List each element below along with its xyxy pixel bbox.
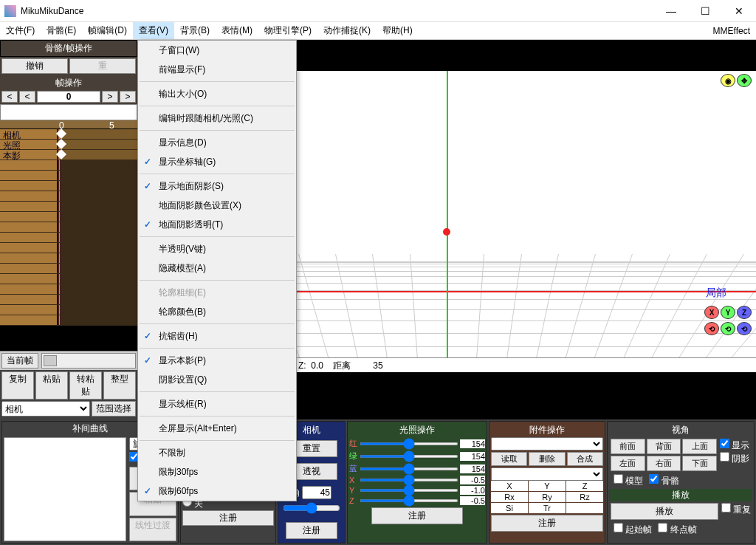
model-register-button[interactable]: 注册 bbox=[182, 510, 274, 526]
viewmenu-item[interactable]: 不限制 bbox=[138, 443, 296, 462]
viewmenu-item[interactable]: 地面阴影颜色设置(X) bbox=[138, 196, 296, 215]
gizmo-rz-icon[interactable]: ⟲ bbox=[737, 322, 752, 335]
timeline-scrollbar[interactable] bbox=[41, 353, 136, 369]
app-icon bbox=[4, 5, 16, 17]
viewmenu-item[interactable]: 轮廓粗细(E) bbox=[138, 283, 296, 302]
att-delete-button[interactable]: 删除 bbox=[529, 452, 565, 466]
gizmo-rx-icon[interactable]: ⟲ bbox=[704, 322, 719, 335]
cam-angle-input[interactable] bbox=[302, 486, 331, 499]
viewmenu-item[interactable]: 显示信息(D) bbox=[138, 133, 296, 152]
att-read-button[interactable]: 读取 bbox=[491, 452, 527, 466]
viewmenu-item[interactable]: 显示地面阴影(S) bbox=[138, 176, 296, 196]
viewmenu-item[interactable]: 轮廓颜色(B) bbox=[138, 302, 296, 321]
start-frame-checkbox[interactable] bbox=[614, 523, 623, 532]
timeline[interactable]: 0 5 相机光照本影 bbox=[0, 120, 137, 351]
viewmenu-item[interactable]: 限制60fps bbox=[138, 481, 296, 501]
follow-bone-checkbox[interactable] bbox=[649, 474, 659, 484]
cam-register-button[interactable]: 注册 bbox=[286, 522, 337, 539]
att-select2[interactable] bbox=[491, 467, 603, 481]
close-button[interactable]: ✕ bbox=[722, 0, 756, 22]
paste-mirror-button[interactable]: 转粘贴 bbox=[69, 371, 102, 400]
light-z-slider[interactable] bbox=[360, 499, 458, 502]
frame-next-button[interactable]: > bbox=[102, 91, 118, 103]
name-strip bbox=[0, 104, 137, 120]
gizmo-ry-icon[interactable]: ⟲ bbox=[721, 322, 735, 335]
viewmenu-item[interactable]: 半透明(V键) bbox=[138, 239, 296, 258]
view-bottom-button[interactable]: 下面 bbox=[682, 456, 717, 471]
maximize-button[interactable]: ☐ bbox=[688, 0, 722, 22]
play-button[interactable]: 播放 bbox=[611, 503, 718, 520]
att-show-checkbox[interactable] bbox=[720, 439, 729, 448]
undo-button[interactable]: 撤销 bbox=[1, 58, 68, 74]
left-panel: 骨骼/帧操作 撤销 重 帧操作 < < 0 > > 0 5 相机光照本影 当前帧 bbox=[0, 40, 137, 419]
menu-physics[interactable]: 物理引擎(P) bbox=[258, 22, 317, 39]
viewmenu-item[interactable]: 显示线框(R) bbox=[138, 394, 296, 414]
local-label: 局部 bbox=[706, 287, 726, 300]
model-select[interactable]: 相机 bbox=[1, 401, 90, 417]
menu-background[interactable]: 背景(B) bbox=[174, 22, 216, 39]
viewmenu-item[interactable]: 抗锯齿(H) bbox=[138, 326, 296, 346]
viewmenu-item[interactable]: 地面阴影透明(T) bbox=[138, 215, 296, 234]
menu-expression[interactable]: 表情(M) bbox=[216, 22, 258, 39]
viewmenu-item[interactable]: 显示本影(P) bbox=[138, 351, 296, 370]
paste-button[interactable]: 粘贴 bbox=[35, 371, 68, 400]
light-x-slider[interactable] bbox=[360, 479, 458, 481]
light-register-button[interactable]: 注册 bbox=[371, 507, 463, 524]
view-tool-icon[interactable]: ◉ bbox=[721, 74, 735, 87]
viewmenu-item[interactable]: 限制30fps bbox=[138, 462, 296, 481]
gizmo-x-icon[interactable]: X bbox=[704, 306, 719, 319]
viewmenu-item[interactable]: 编辑时跟随相机/光照(C) bbox=[138, 109, 296, 128]
viewmenu-item[interactable]: 隐藏模型(A) bbox=[138, 258, 296, 278]
viewmenu-item[interactable]: 显示坐标轴(G) bbox=[138, 152, 296, 171]
move-tool-icon[interactable]: ✥ bbox=[737, 74, 752, 87]
end-frame-checkbox[interactable] bbox=[658, 523, 667, 532]
menu-view[interactable]: 查看(V) bbox=[133, 22, 174, 39]
view-dropdown-menu: 子窗口(W)前端显示(F)输出大小(O)编辑时跟随相机/光照(C)显示信息(D)… bbox=[137, 40, 297, 501]
viewmenu-item[interactable]: 子窗口(W) bbox=[138, 41, 296, 60]
menu-bone[interactable]: 骨骼(E) bbox=[41, 22, 82, 39]
frame-next2-button[interactable]: > bbox=[120, 91, 136, 103]
copy-button[interactable]: 复制 bbox=[1, 371, 34, 400]
frame-prev2-button[interactable]: < bbox=[19, 91, 35, 103]
viewmenu-item[interactable]: 前端显示(F) bbox=[138, 60, 296, 79]
att-shadow-checkbox[interactable] bbox=[720, 452, 729, 462]
frame-prev-button[interactable]: < bbox=[1, 91, 18, 103]
viewmenu-item[interactable]: 全屏显示(Alt+Enter) bbox=[138, 419, 296, 438]
menu-frame-edit[interactable]: 帧编辑(D) bbox=[82, 22, 133, 39]
adjust-button[interactable]: 整型 bbox=[103, 371, 136, 400]
gizmo-y-icon[interactable]: Y bbox=[721, 306, 735, 319]
att-comp-button[interactable]: 合成 bbox=[567, 452, 603, 466]
view-left-button[interactable]: 左面 bbox=[611, 456, 645, 471]
range-select-button[interactable]: 范围选择 bbox=[92, 401, 136, 417]
view-front-button[interactable]: 前面 bbox=[611, 439, 645, 454]
window-title: MikuMikuDance bbox=[21, 6, 83, 16]
attachment-panel: 附件操作 读取删除合成 XYZ RxRyRz SiTr 注册 bbox=[489, 421, 605, 544]
frame-number-input[interactable]: 0 bbox=[37, 91, 100, 103]
view-right-button[interactable]: 右面 bbox=[647, 456, 681, 471]
mme-link[interactable]: MMEffect bbox=[713, 22, 756, 39]
light-r-slider[interactable] bbox=[360, 442, 458, 445]
minimize-button[interactable]: ― bbox=[654, 0, 688, 22]
light-b-slider[interactable] bbox=[360, 467, 458, 470]
follow-model-checkbox[interactable] bbox=[614, 474, 623, 484]
repeat-checkbox[interactable] bbox=[721, 503, 731, 513]
att-register-button[interactable]: 注册 bbox=[491, 515, 603, 532]
viewmenu-item[interactable]: 阴影设置(Q) bbox=[138, 370, 296, 389]
light-g-slider[interactable] bbox=[360, 455, 458, 458]
menu-motion-capture[interactable]: 动作捕捉(K) bbox=[317, 22, 377, 39]
menu-file[interactable]: 文件(F) bbox=[0, 22, 41, 39]
redo-button[interactable]: 重 bbox=[69, 58, 136, 74]
att-select[interactable] bbox=[491, 437, 603, 450]
cam-angle-slider[interactable] bbox=[283, 502, 340, 514]
title-bar: MikuMikuDance ― ☐ ✕ bbox=[0, 0, 756, 22]
current-frame-button[interactable]: 当前帧 bbox=[1, 353, 38, 369]
frame-op-label: 帧操作 bbox=[1, 77, 136, 89]
curve-canvas[interactable] bbox=[4, 437, 126, 541]
view-top-button[interactable]: 上面 bbox=[682, 439, 717, 454]
menu-help[interactable]: 帮助(H) bbox=[377, 22, 419, 39]
curve-linear-button[interactable]: 线性过渡 bbox=[129, 518, 176, 541]
gizmo-z-icon[interactable]: Z bbox=[737, 306, 752, 319]
light-y-slider[interactable] bbox=[360, 489, 458, 492]
viewmenu-item[interactable]: 输出大小(O) bbox=[138, 84, 296, 103]
view-back-button[interactable]: 背面 bbox=[647, 439, 681, 454]
